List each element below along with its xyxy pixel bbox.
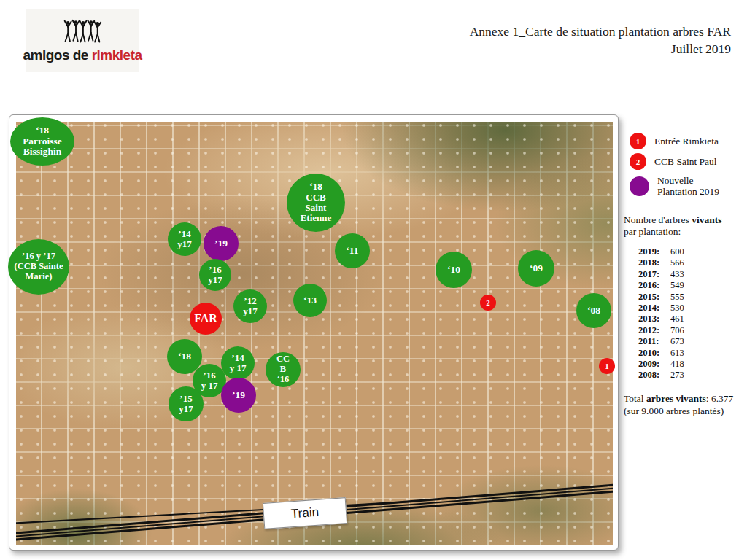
map-marker-2016-17-upper: ’16y17 [199, 259, 231, 291]
map-marker-2019-upper-purple: ’19 [204, 226, 239, 261]
map-marker-entree-rimkieta-1: 1 [599, 358, 615, 374]
legend-label: Entrée Rimkieta [654, 136, 719, 147]
map-marker-2010: ‘10 [436, 252, 472, 288]
legend-label: Nouvelle Plantation 2019 [657, 175, 719, 197]
year-row: 2015:555 [638, 292, 743, 303]
logo-text-black: amigos de [23, 47, 91, 63]
legend-panel: 1 Entrée Rimkieta 2 CCB Saint Paul Nouve… [624, 133, 743, 417]
year-row: 2012:706 [638, 325, 743, 336]
legend-label: CCB Saint Paul [654, 156, 717, 167]
people-figures-icon [63, 18, 102, 46]
year-row: 2016:549 [638, 280, 743, 291]
map-marker-2016-17-ccb-sainte-marie: ’16 y ’17(CCB SainteMarie) [8, 239, 69, 295]
logo-text-red: rimkieta [92, 47, 142, 63]
year-row: 2008:273 [638, 370, 743, 381]
map-marker-2011: ‘11 [335, 233, 370, 268]
map-marker-2008: ‘08 [576, 293, 611, 328]
years-list: 2019:6002018:5662017:4332016:5492015:555… [624, 246, 743, 381]
report-page: amigos de rimkieta Annexe 1_Carte de sit… [0, 0, 747, 560]
map-marker-2018-parroisse-bissighin: ‘18ParroisseBissighin [10, 117, 74, 166]
red-marker-1-icon: 1 [630, 133, 646, 149]
title-line1: Annexe 1_Carte de situation plantation a… [470, 23, 731, 40]
year-row: 2019:600 [638, 246, 743, 257]
red-marker-2-icon: 2 [630, 153, 646, 170]
map-marker-2018-ccb-saint-etienne: ‘18CCBSaintEtienne [287, 174, 345, 232]
logo-wordmark: amigos de rimkieta [23, 47, 142, 63]
map-marker-2012-17: ’12y17 [233, 289, 267, 323]
year-row: 2010:613 [638, 348, 743, 359]
map-marker-2019-lower-purple: ’19 [221, 378, 256, 413]
page-title: Annexe 1_Carte de situation plantation a… [470, 23, 731, 58]
map-marker-ccb-saint-paul-2: 2 [480, 295, 496, 311]
map-marker-far-center: FAR [190, 303, 222, 335]
year-row: 2014:530 [638, 303, 743, 314]
year-row: 2009:418 [638, 359, 743, 370]
year-row: 2017:433 [638, 269, 743, 280]
map-marker-ccb-2016: CCB‘16 [266, 352, 301, 387]
year-row: 2011:673 [638, 336, 743, 347]
map-marker-2013: ‘13 [293, 284, 327, 317]
map-frame: Train ‘18ParroisseBissighin’16 y ’17(CCB… [9, 114, 619, 551]
legend-item-ccb-saint-paul: 2 CCB Saint Paul [624, 153, 743, 170]
map-marker-2009: ‘09 [518, 250, 554, 287]
counts-title: Nombre d'arbres vivants par plantation: [624, 214, 743, 238]
title-line2: Juillet 2019 [470, 40, 731, 58]
legend-item-nouvelle-plantation: Nouvelle Plantation 2019 [624, 175, 743, 197]
purple-dot-icon [630, 176, 649, 196]
year-row: 2013:461 [638, 314, 743, 324]
map-marker-2014-17-upper: ’14y17 [168, 222, 201, 256]
year-row: 2018:566 [638, 257, 743, 268]
amigos-de-rimkieta-logo: amigos de rimkieta [26, 9, 139, 72]
total-line1: Total arbres vivants: 6.377 [624, 392, 743, 405]
legend-item-entree-rimkieta: 1 Entrée Rimkieta [624, 133, 743, 149]
total-block: Total arbres vivants: 6.377 (sur 9.000 a… [624, 392, 743, 417]
map-marker-2014-17-lower: ’14y 17 [221, 346, 255, 380]
total-line2: (sur 9.000 arbres plantés) [624, 405, 743, 417]
map-marker-2015-17: ’15y17 [169, 386, 204, 421]
marker-layer: ‘18ParroisseBissighin’16 y ’17(CCB Saint… [16, 122, 613, 545]
